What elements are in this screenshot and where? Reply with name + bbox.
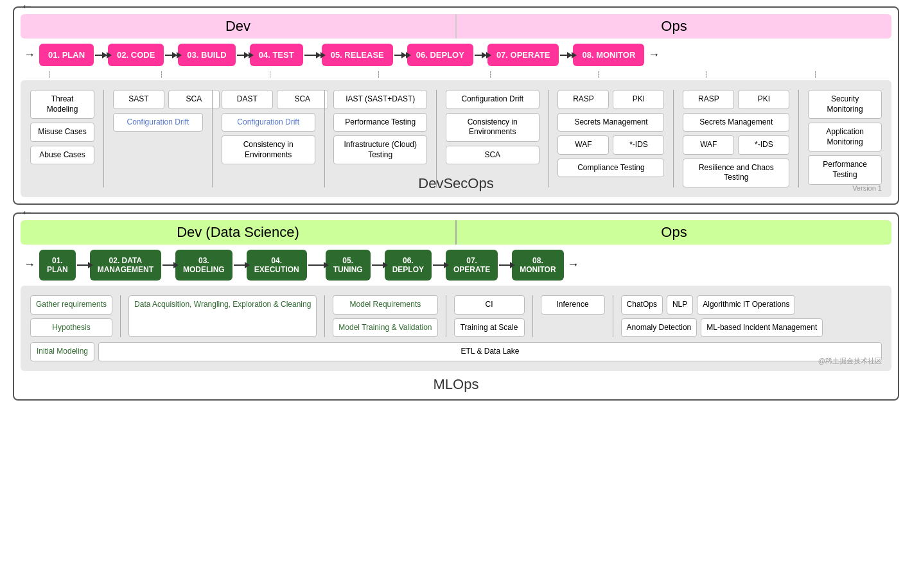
monitor-perf: Performance Testing <box>808 155 882 184</box>
ml-stage-01: 01.PLAN <box>39 250 76 281</box>
left-arrow-devsecops: → <box>24 48 35 62</box>
ml-nlp: NLP <box>667 295 693 315</box>
ml-training-scale: Training at Scale <box>454 318 525 338</box>
test-iast: IAST (SAST+DAST) <box>333 90 427 109</box>
stage-02-code: 02. CODE <box>108 44 164 66</box>
ml-sep-3 <box>446 295 446 337</box>
ml-execution-col: CI Training at Scale <box>454 295 525 337</box>
deploy-ids: *-IDS <box>613 135 664 155</box>
devsecops-title: DevSecOps <box>418 175 493 192</box>
release-config: Configuration Drift <box>446 90 539 109</box>
ops-ds-header: Ops <box>457 220 891 245</box>
test-items: IAST (SAST+DAST) Performance Testing Inf… <box>333 90 427 187</box>
watermark: @稀土掘金技术社区 <box>818 356 882 366</box>
plan-item-2: Misuse Cases <box>30 123 94 142</box>
ml-hypothesis: Hypothesis <box>30 318 112 338</box>
stage-06-deploy: 06. DEPLOY <box>407 44 473 66</box>
ml-stage-04: 04.EXECUTION <box>247 250 307 281</box>
stage-01-plan: 01. PLAN <box>39 44 94 66</box>
ops-header: Ops <box>457 14 891 39</box>
right-arrow-mlops: → <box>568 258 579 272</box>
ml-stage-03: 03.MODELING <box>175 250 232 281</box>
ml-initial-modeling: Initial Modeling <box>30 342 94 361</box>
operate-ids: *-IDS <box>738 135 789 155</box>
release-items: Configuration Drift Consistency in Envir… <box>446 90 539 187</box>
ml-model-req: Model Requirements <box>333 295 437 315</box>
monitor-security: Security Monitoring <box>808 90 882 119</box>
sep-5 <box>548 90 549 187</box>
ml-stage-07: 07.OPERATE <box>446 250 498 281</box>
build-consistency: Consistency in Environments <box>222 135 315 164</box>
mlops-title: MLOps <box>21 376 891 393</box>
version-label: Version 1 <box>852 184 882 192</box>
ml-data-items: Data Acquisition, Wrangling, Exploration… <box>128 295 317 337</box>
code-config-drift: Configuration Drift <box>113 113 203 132</box>
stage-08-monitor: 08. MONITOR <box>573 44 644 66</box>
sep-7 <box>798 90 799 187</box>
ml-ci: CI <box>454 295 525 315</box>
deploy-pki: PKI <box>613 90 664 109</box>
plan-items: Threat Modeling Misuse Cases Abuse Cases <box>30 90 94 187</box>
operate-pki: PKI <box>738 90 789 109</box>
operate-secrets: Secrets Management <box>683 113 789 132</box>
deploy-waf: WAF <box>557 135 609 155</box>
ml-stage-05: 05.TUNING <box>326 250 371 281</box>
right-arrow-devsecops: → <box>648 48 660 62</box>
ml-stage-06: 06.DEPLOY <box>385 250 432 281</box>
monitor-items: Security Monitoring Application Monitori… <box>808 90 882 187</box>
ml-ops-col: ChatOps NLP Algorithmic IT Operations An… <box>621 295 882 337</box>
ml-etl: ETL & Data Lake <box>98 342 882 361</box>
dev-header: Dev <box>21 14 455 39</box>
stage-05-release: 05. RELEASE <box>322 44 393 66</box>
ml-sep-5 <box>613 295 613 337</box>
ml-sep-2 <box>324 295 325 337</box>
ml-gather: Gather requirements <box>30 295 112 315</box>
ml-modeling-col: Model Requirements Model Training & Vali… <box>333 295 437 337</box>
stage-07-operate: 07. OPERATE <box>487 44 559 66</box>
deploy-rasp: RASP <box>557 90 609 109</box>
ml-ops-row-top: ChatOps NLP Algorithmic IT Operations <box>621 295 882 315</box>
ml-model-train: Model Training & Validation <box>333 318 437 338</box>
operate-items: RASP PKI Secrets Management WAF *-IDS Re… <box>683 90 789 187</box>
operate-rasp: RASP <box>683 90 734 109</box>
ml-stage-08: 08.MONITOR <box>512 250 563 281</box>
deploy-secrets: Secrets Management <box>557 113 664 132</box>
ml-chatops: ChatOps <box>621 295 663 315</box>
plan-item-3: Abuse Cases <box>30 146 94 165</box>
deploy-compliance: Compliance Testing <box>557 159 664 178</box>
devsecops-section: ← Dev Ops → 01. PLAN 02. CODE 03. BUILD <box>13 6 899 205</box>
deploy-items: RASP PKI Secrets Management WAF *-IDS Co… <box>557 90 664 187</box>
ml-ops-row-bot: Anomaly Detection ML-based Incident Mana… <box>621 318 882 338</box>
ml-tuning-col: Inference <box>541 295 605 337</box>
mlops-etl-row: Initial Modeling ETL & Data Lake <box>30 342 882 361</box>
plan-item-1: Threat Modeling <box>30 90 94 119</box>
ml-sep-4 <box>532 295 533 337</box>
mlops-row-1: Gather requirements Hypothesis Data Acqu… <box>30 295 882 337</box>
code-items: SAST SCA Configuration Drift <box>113 90 203 187</box>
ml-inference: Inference <box>541 295 605 315</box>
ml-sep-1 <box>120 295 121 337</box>
test-infra: Infrastructure (Cloud) Testing <box>333 135 427 164</box>
mlops-content-area: Gather requirements Hypothesis Data Acqu… <box>21 286 891 371</box>
ml-data-col: Data Acquisition, Wrangling, Exploration… <box>128 295 317 337</box>
release-consistency: Consistency in Environments <box>446 113 539 142</box>
stage-04-test: 04. TEST <box>250 44 303 66</box>
operate-waf: WAF <box>683 135 734 155</box>
mlops-section: ← Dev (Data Science) Ops → 01.PLAN 02. D… <box>13 212 899 401</box>
sep-2 <box>212 90 213 187</box>
loop-arrow-mlops: ← <box>21 205 33 220</box>
code-sast: SAST <box>113 90 164 109</box>
sep-6 <box>673 90 674 187</box>
dev-ds-header: Dev (Data Science) <box>21 220 455 245</box>
sep-3 <box>324 90 325 187</box>
left-arrow-mlops: → <box>24 258 35 272</box>
ml-algo-ops: Algorithmic IT Operations <box>697 295 795 315</box>
sep-4 <box>436 90 437 187</box>
ml-incident: ML-based Incident Management <box>701 318 823 338</box>
ml-anomaly: Anomaly Detection <box>621 318 697 338</box>
operate-resilience: Resilience and Chaos Testing <box>683 159 789 187</box>
ml-plan-col: Gather requirements Hypothesis <box>30 295 112 337</box>
release-sca: SCA <box>446 146 539 165</box>
build-sca: SCA <box>277 90 328 109</box>
build-items: DAST SCA Configuration Drift Consistency… <box>222 90 315 187</box>
